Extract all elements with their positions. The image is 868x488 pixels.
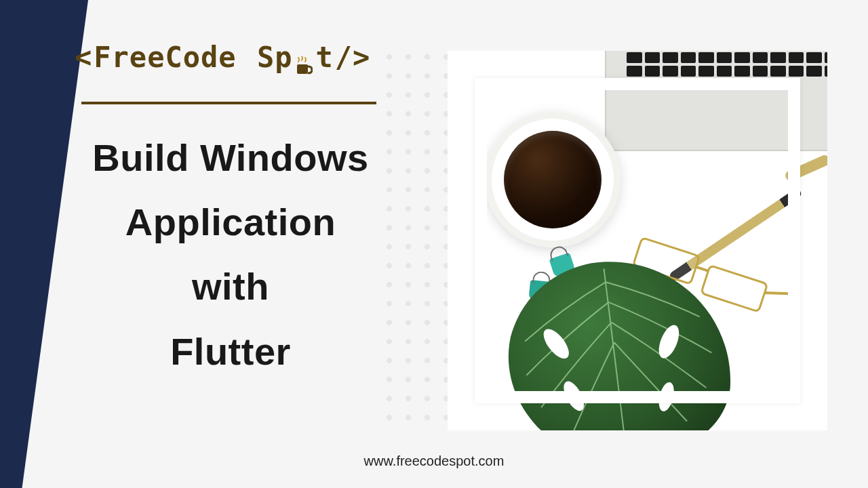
monstera-leaf-illustration — [475, 237, 760, 430]
logo-word-t: t — [315, 41, 333, 74]
title-line-2: Application — [75, 190, 387, 254]
logo-word-freecode: FreeCode — [94, 41, 236, 74]
title-line-4: Flutter — [75, 319, 387, 384]
logo-angle-close: /> — [335, 41, 371, 74]
banner-canvas: < FreeCode Sp t /> Build Windows Applica… — [0, 0, 868, 488]
logo-angle-open: < — [75, 41, 92, 74]
site-logo: < FreeCode Sp t /> — [75, 41, 370, 74]
title-line-1: Build Windows — [75, 125, 387, 190]
pen-cap-illustration — [784, 153, 827, 182]
hero-photo — [448, 51, 827, 430]
footer-site-url: www.freecodespot.com — [0, 453, 868, 469]
logo-word-sp: Sp — [257, 41, 293, 74]
coffee-cup-icon — [295, 54, 313, 74]
logo-underline-divider — [81, 102, 376, 104]
coffee-cup-illustration — [485, 112, 620, 247]
hero-photo-frame — [448, 51, 827, 430]
article-title: Build Windows Application with Flutter — [75, 125, 387, 384]
laptop-keyboard-illustration — [605, 51, 827, 151]
title-line-3: with — [75, 254, 387, 319]
svg-rect-0 — [297, 64, 308, 74]
